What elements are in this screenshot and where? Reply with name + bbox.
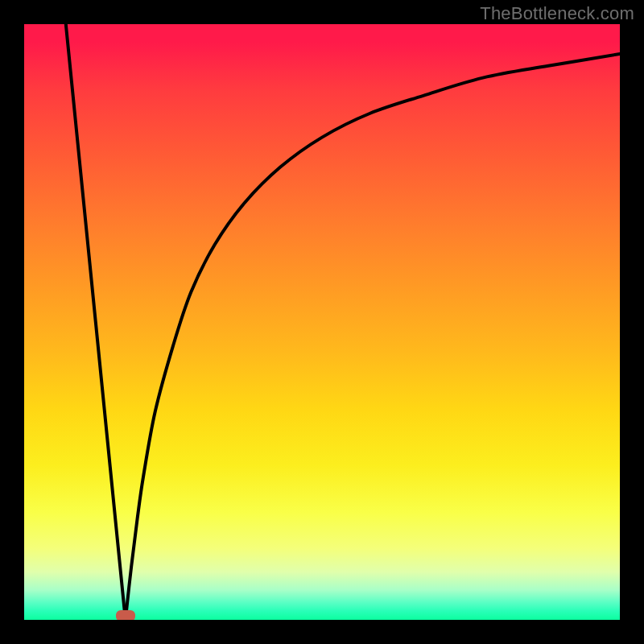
bottleneck-curve: [24, 24, 620, 620]
plot-area: [24, 24, 620, 620]
watermark-text: TheBottleneck.com: [480, 3, 634, 24]
chart-frame: TheBottleneck.com: [0, 0, 644, 644]
minimum-marker: [116, 610, 135, 620]
